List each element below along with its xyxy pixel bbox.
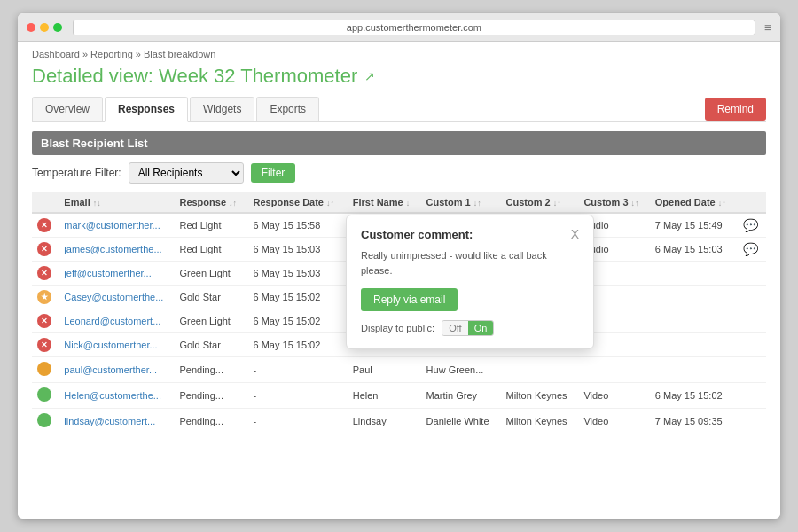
breadcrumb-blast[interactable]: Blast breakdown bbox=[144, 49, 215, 59]
cell-date: 6 May 15 15:03 bbox=[248, 238, 348, 262]
tab-exports[interactable]: Exports bbox=[256, 97, 319, 121]
col-custom1[interactable]: Custom 1 ↓↑ bbox=[421, 192, 501, 213]
cell-email: lindsay@customert... bbox=[59, 409, 174, 434]
table-row: paul@customerther... Pending... - Paul H… bbox=[32, 357, 766, 383]
toggle-on[interactable]: On bbox=[468, 321, 494, 335]
breadcrumb-dashboard[interactable]: Dashboard bbox=[32, 49, 80, 59]
cell-email: Casey@customerthe... bbox=[59, 286, 174, 309]
display-public-label: Display to public: bbox=[361, 323, 434, 333]
popup-title: Customer comment: bbox=[361, 228, 473, 241]
cell-custom3: Video bbox=[578, 383, 649, 409]
cell-icon: ✕ bbox=[32, 262, 59, 286]
browser-window: app.customerthermometer.com ≡ Dashboard … bbox=[18, 13, 780, 519]
cell-response: Green Light bbox=[174, 309, 247, 333]
filter-select[interactable]: All Recipients Red Light Yellow Light Gr… bbox=[129, 162, 244, 184]
tab-overview[interactable]: Overview bbox=[32, 97, 103, 121]
cell-response: Red Light bbox=[174, 213, 247, 238]
public-toggle-row: Display to public: Off On bbox=[361, 320, 579, 336]
cell-email: jeff@customerther... bbox=[59, 262, 174, 286]
comment-icon[interactable]: 💬 bbox=[743, 242, 758, 256]
cell-response: Pending... bbox=[174, 383, 247, 409]
col-response-date[interactable]: Response Date ↓↑ bbox=[248, 192, 348, 213]
table-row: Helen@customerthe... Pending... - Helen … bbox=[32, 383, 766, 409]
cell-comment bbox=[738, 286, 766, 309]
close-icon[interactable]: X bbox=[571, 228, 579, 240]
tabs-row: Overview Responses Widgets Exports Remin… bbox=[32, 97, 766, 122]
status-icon-red: ✕ bbox=[37, 266, 51, 280]
filter-button[interactable]: Filter bbox=[251, 163, 296, 183]
status-icon-pending-email bbox=[37, 362, 51, 376]
address-bar[interactable]: app.customerthermometer.com bbox=[73, 20, 755, 35]
cell-icon bbox=[32, 383, 59, 409]
cell-response: Gold Star bbox=[174, 333, 247, 357]
traffic-lights bbox=[27, 23, 62, 32]
cell-custom2 bbox=[500, 357, 578, 383]
traffic-light-green[interactable] bbox=[53, 23, 62, 32]
external-link-icon[interactable]: ↗ bbox=[364, 69, 375, 83]
cell-date: 6 May 15 15:58 bbox=[248, 213, 348, 238]
col-custom2[interactable]: Custom 2 ↓↑ bbox=[500, 192, 578, 213]
col-opened[interactable]: Opened Date ↓↑ bbox=[650, 192, 739, 213]
remind-button[interactable]: Remind bbox=[705, 98, 766, 121]
breadcrumb-reporting[interactable]: Reporting bbox=[90, 49, 133, 59]
cell-custom2: Milton Keynes bbox=[500, 409, 578, 434]
cell-response: Gold Star bbox=[174, 286, 247, 309]
toggle-off[interactable]: Off bbox=[442, 321, 467, 335]
cell-icon: ✕ bbox=[32, 333, 59, 357]
col-custom3[interactable]: Custom 3 ↓↑ bbox=[578, 192, 649, 213]
cell-opened bbox=[650, 309, 739, 333]
popup-comment: Really unimpressed - would like a call b… bbox=[361, 248, 579, 278]
cell-opened: 6 May 15 15:03 bbox=[650, 238, 739, 262]
status-icon-pending-green bbox=[37, 413, 51, 427]
section-header: Blast Recipient List bbox=[32, 131, 766, 155]
cell-date: - bbox=[248, 383, 348, 409]
customer-comment-popup: Customer comment: X Really unimpressed -… bbox=[346, 215, 594, 349]
cell-icon: ★ bbox=[32, 286, 59, 309]
cell-email: Nick@customerther... bbox=[59, 333, 174, 357]
traffic-light-yellow[interactable] bbox=[40, 23, 49, 32]
table-row: lindsay@customert... Pending... - Lindsa… bbox=[32, 409, 766, 434]
cell-comment bbox=[738, 383, 766, 409]
cell-firstname: Helen bbox=[348, 383, 421, 409]
tab-widgets[interactable]: Widgets bbox=[190, 97, 254, 121]
cell-email: Helen@customerthe... bbox=[59, 383, 174, 409]
popup-header: Customer comment: X bbox=[361, 228, 579, 241]
cell-comment bbox=[738, 409, 766, 434]
cell-date: - bbox=[248, 409, 348, 434]
menu-icon[interactable]: ≡ bbox=[764, 20, 771, 35]
cell-date: 6 May 15 15:02 bbox=[248, 309, 348, 333]
cell-comment[interactable]: 💬 bbox=[738, 238, 766, 262]
cell-response: Pending... bbox=[174, 357, 247, 383]
cell-opened bbox=[650, 262, 739, 286]
page-title: Detailed view: Week 32 Thermometer bbox=[32, 65, 357, 88]
traffic-light-red[interactable] bbox=[27, 23, 35, 32]
col-first-name[interactable]: First Name ↓ bbox=[348, 192, 421, 213]
status-icon-red: ✕ bbox=[37, 338, 51, 352]
cell-response: Green Light bbox=[174, 262, 247, 286]
cell-icon: ✕ bbox=[32, 238, 59, 262]
page-content: Dashboard » Reporting » Blast breakdown … bbox=[18, 42, 780, 519]
breadcrumb: Dashboard » Reporting » Blast breakdown bbox=[32, 49, 766, 59]
cell-opened: 6 May 15 15:02 bbox=[650, 383, 739, 409]
status-icon-red: ✕ bbox=[37, 314, 51, 328]
tab-responses[interactable]: Responses bbox=[105, 97, 188, 122]
filter-label: Temperature Filter: bbox=[32, 167, 121, 179]
browser-chrome: app.customerthermometer.com ≡ bbox=[18, 13, 780, 42]
cell-opened: 7 May 15 09:35 bbox=[650, 409, 739, 434]
cell-firstname: Paul bbox=[348, 357, 421, 383]
breadcrumb-sep1: » bbox=[82, 49, 90, 59]
reply-via-email-button[interactable]: Reply via email bbox=[361, 288, 458, 311]
col-response[interactable]: Response ↓↑ bbox=[174, 192, 247, 213]
cell-icon: ✕ bbox=[32, 309, 59, 333]
col-icon bbox=[32, 192, 59, 213]
cell-email: james@customerthe... bbox=[59, 238, 174, 262]
col-email[interactable]: Email ↑↓ bbox=[59, 192, 174, 213]
public-toggle[interactable]: Off On bbox=[442, 320, 494, 336]
cell-custom1: Danielle White bbox=[421, 409, 501, 434]
cell-comment[interactable]: 💬 bbox=[738, 213, 766, 238]
cell-opened bbox=[650, 357, 739, 383]
cell-opened: 7 May 15 15:49 bbox=[650, 213, 739, 238]
cell-response: Red Light bbox=[174, 238, 247, 262]
comment-icon[interactable]: 💬 bbox=[743, 218, 758, 232]
cell-date: 6 May 15 15:03 bbox=[248, 262, 348, 286]
